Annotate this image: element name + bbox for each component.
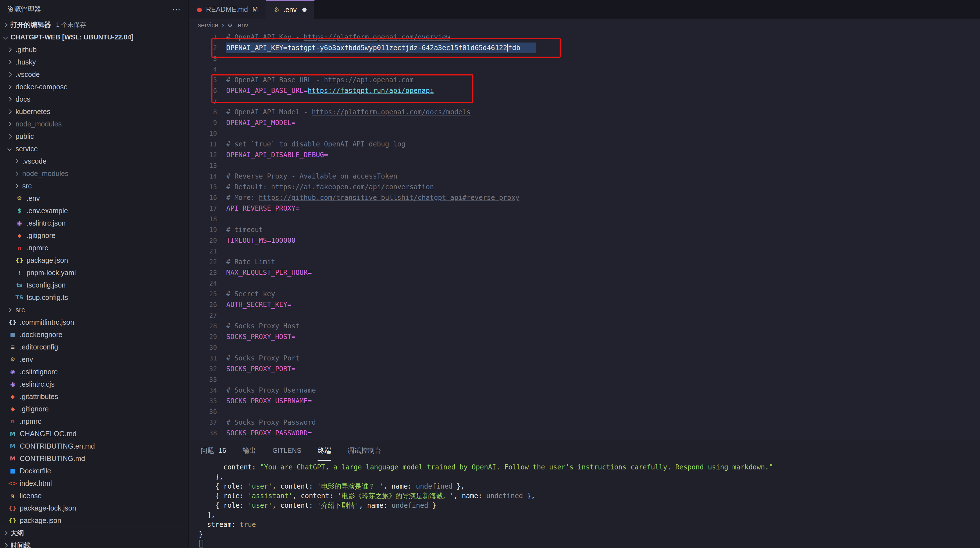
- timeline-section[interactable]: 时间线: [0, 539, 188, 548]
- breadcrumb-folder[interactable]: service: [198, 21, 218, 29]
- code-line[interactable]: 11# set `true` to disable OpenAI API deb…: [189, 139, 980, 149]
- code-line[interactable]: 2OPENAI_API_KEY=fastgpt-y6b3axfbdd5wyp01…: [189, 43, 980, 53]
- code-line[interactable]: 30: [189, 342, 980, 353]
- project-root-section[interactable]: CHATGPT-WEB [WSL: UBUNTU-22.04]: [0, 31, 188, 43]
- code-line[interactable]: 14# Reverse Proxy - Available on accessT…: [189, 171, 980, 182]
- tree-item-vscode[interactable]: .vscode: [0, 68, 188, 81]
- panel-tab-problems[interactable]: 问题16: [200, 441, 226, 461]
- tree-item-env-example[interactable]: $.env.example: [0, 205, 188, 217]
- terminal-output[interactable]: content: "You are ChatGPT, a large langu…: [189, 461, 980, 548]
- code-line[interactable]: 21: [189, 246, 980, 257]
- code-token: https://platform.openai.com/overview: [304, 33, 450, 41]
- code-line[interactable]: 13: [189, 160, 980, 171]
- tree-item-husky[interactable]: .husky: [0, 56, 188, 68]
- code-line[interactable]: 9OPENAI_API_MODEL=: [189, 118, 980, 128]
- code-line[interactable]: 1# OpenAI API Key - https://platform.ope…: [189, 32, 980, 43]
- code-line[interactable]: 12OPENAI_API_DISABLE_DEBUG=: [189, 149, 980, 160]
- terminal-token: , name:: [359, 502, 392, 510]
- tree-item-service-package-json[interactable]: {}package.json: [0, 254, 188, 267]
- tree-item-node-modules[interactable]: node_modules: [0, 118, 188, 130]
- code-line[interactable]: 25# Secret key: [189, 289, 980, 299]
- tree-item-service-src[interactable]: src: [0, 179, 188, 192]
- tree-item-contributing[interactable]: MCONTRIBUTING.md: [0, 452, 188, 465]
- tree-item-contributing-en[interactable]: MCONTRIBUTING.en.md: [0, 440, 188, 452]
- code-line[interactable]: 7: [189, 96, 980, 107]
- code-line[interactable]: 27: [189, 310, 980, 321]
- tree-item-root-env[interactable]: ⚙.env: [0, 353, 188, 365]
- panel-tab-output[interactable]: 输出: [243, 441, 256, 461]
- tree-item-dockerfile[interactable]: ■Dockerfile: [0, 465, 188, 477]
- code-line[interactable]: 31# Socks Proxy Port: [189, 353, 980, 364]
- line-text: # Reverse Proxy - Available on accessTok…: [226, 171, 397, 182]
- tree-item-gitattributes[interactable]: ◆.gitattributes: [0, 390, 188, 403]
- tree-item-service-gitignore[interactable]: ◆.gitignore: [0, 229, 188, 241]
- code-line[interactable]: 22# Rate Limit: [189, 257, 980, 267]
- tree-item-tsconfig[interactable]: tstsconfig.json: [0, 279, 188, 291]
- more-actions-icon[interactable]: ⋯: [172, 5, 181, 14]
- code-line[interactable]: 17API_REVERSE_PROXY=: [189, 203, 980, 214]
- code-line[interactable]: 37# Socks Proxy Password: [189, 417, 980, 428]
- tree-item-root-package-json[interactable]: {}package.json: [0, 514, 188, 527]
- code-line[interactable]: 20TIMEOUT_MS=100000: [189, 235, 980, 246]
- panel-tab-gitlens[interactable]: GITLENS: [272, 441, 302, 461]
- tree-item-root-npmrc[interactable]: n.npmrc: [0, 415, 188, 427]
- tree-item-dockerignore[interactable]: ■.dockerignore: [0, 328, 188, 341]
- tree-item-pnpm-lock[interactable]: !pnpm-lock.yaml: [0, 267, 188, 279]
- code-line[interactable]: 6OPENAI_API_BASE_URL=https://fastgpt.run…: [189, 85, 980, 96]
- code-line[interactable]: 23MAX_REQUEST_PER_HOUR=: [189, 267, 980, 278]
- tree-item-src[interactable]: src: [0, 303, 188, 316]
- code-line[interactable]: 29SOCKS_PROXY_HOST=: [189, 332, 980, 342]
- code-line[interactable]: 19# timeout: [189, 224, 980, 235]
- code-line[interactable]: 38SOCKS_PROXY_PASSWORD=: [189, 428, 980, 438]
- tree-item-root-gitignore[interactable]: ◆.gitignore: [0, 403, 188, 415]
- panel-tab-debug-console[interactable]: 调试控制台: [347, 441, 381, 461]
- tree-item-kubernetes[interactable]: kubernetes: [0, 105, 188, 118]
- code-line[interactable]: 28# Socks Proxy Host: [189, 321, 980, 332]
- code-editor[interactable]: 1# OpenAI API Key - https://platform.ope…: [189, 32, 980, 441]
- code-line[interactable]: 5# OpenAI API Base URL - https://api.ope…: [189, 75, 980, 85]
- tree-item-tsup-config[interactable]: TStsup.config.ts: [0, 291, 188, 303]
- code-line[interactable]: 24: [189, 278, 980, 289]
- code-line[interactable]: 34# Socks Proxy Username: [189, 385, 980, 396]
- outline-section[interactable]: 大纲: [0, 527, 188, 539]
- code-line[interactable]: 33: [189, 374, 980, 385]
- code-line[interactable]: 26AUTH_SECRET_KEY=: [189, 299, 980, 310]
- tree-item-changelog[interactable]: MCHANGELOG.md: [0, 427, 188, 440]
- tree-item-public[interactable]: public: [0, 130, 188, 143]
- tree-item-service[interactable]: service: [0, 143, 188, 155]
- code-line[interactable]: 4: [189, 64, 980, 75]
- tree-item-service-env[interactable]: ⚙.env: [0, 192, 188, 205]
- tree-item-license[interactable]: §license: [0, 489, 188, 502]
- code-line[interactable]: 8# OpenAI API Model - https://platform.o…: [189, 107, 980, 118]
- code-line[interactable]: 15# Default: https://ai.fakeopen.com/api…: [189, 182, 980, 192]
- breadcrumb[interactable]: service › ⚙ .env: [189, 19, 980, 32]
- breadcrumb-file[interactable]: .env: [236, 21, 248, 29]
- code-line[interactable]: 18: [189, 214, 980, 224]
- tree-item-eslintrc-cjs[interactable]: ◉.eslintrc.cjs: [0, 378, 188, 390]
- code-line[interactable]: 16# More: https://github.com/transitive-…: [189, 192, 980, 203]
- code-line[interactable]: 36: [189, 407, 980, 417]
- code-line[interactable]: 10: [189, 128, 980, 139]
- tree-item-package-lock[interactable]: {}package-lock.json: [0, 502, 188, 514]
- line-number: 18: [189, 214, 217, 224]
- terminal-token: , name:: [453, 492, 486, 500]
- code-line[interactable]: 35SOCKS_PROXY_USERNAME=: [189, 396, 980, 407]
- code-line[interactable]: 3: [189, 53, 980, 64]
- tree-item-docs[interactable]: docs: [0, 93, 188, 105]
- panel-tab-terminal[interactable]: 终端: [318, 441, 331, 461]
- tree-item-editorconfig[interactable]: ≡.editorconfig: [0, 341, 188, 353]
- tree-item-service-npmrc[interactable]: n.npmrc: [0, 241, 188, 254]
- tree-item-index-html[interactable]: <>index.html: [0, 477, 188, 489]
- tree-item-service-vscode[interactable]: .vscode: [0, 155, 188, 167]
- open-editors-section[interactable]: 打开的编辑器 1 个未保存: [0, 19, 188, 31]
- code-line[interactable]: 32SOCKS_PROXY_PORT=: [189, 364, 980, 374]
- tree-item-eslintignore[interactable]: ◉.eslintignore: [0, 365, 188, 378]
- tree-item-eslintrc-json[interactable]: ◉.eslintrc.json: [0, 217, 188, 229]
- tab-env[interactable]: ⚙.env: [266, 0, 315, 19]
- tab-readme[interactable]: ●README.mdM: [189, 0, 266, 19]
- tree-item-docker-compose[interactable]: docker-compose: [0, 81, 188, 93]
- tree-item-commitlintrc[interactable]: {}.commitlintrc.json: [0, 316, 188, 328]
- tree-item-github[interactable]: .github: [0, 43, 188, 56]
- tree-item-service-node-modules[interactable]: node_modules: [0, 167, 188, 179]
- sidebar-header: 资源管理器 ⋯: [0, 0, 188, 19]
